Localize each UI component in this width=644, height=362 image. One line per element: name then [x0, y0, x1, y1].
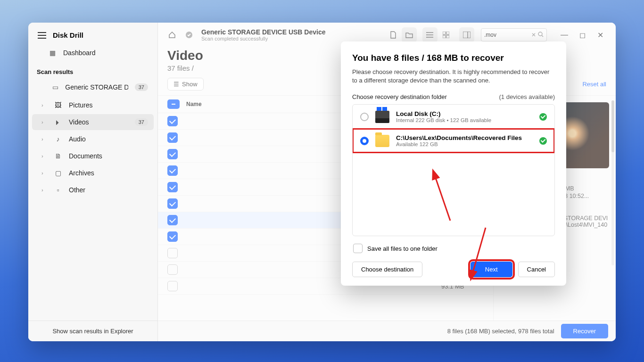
- category-icon: ♪: [54, 135, 62, 143]
- sidebar-item-archives[interactable]: ›▢Archives: [32, 165, 154, 181]
- category-icon: 🖼: [54, 101, 62, 109]
- sidebar-item-videos[interactable]: ›⏵Videos37: [32, 114, 154, 130]
- check-ok-icon: [539, 137, 547, 145]
- sidebar-item-pictures[interactable]: ›🖼Pictures: [32, 97, 154, 113]
- modal-description: Please choose recovery destination. It i…: [352, 68, 555, 85]
- app-title: Disk Drill: [53, 31, 83, 39]
- destination-recovered-files[interactable]: C:\Users\Lex\Documents\Recovered Files A…: [353, 129, 554, 153]
- category-icon: ▫: [54, 186, 62, 194]
- radio-unselected-icon: [360, 113, 369, 121]
- next-button[interactable]: Next: [471, 262, 512, 277]
- sidebar-item-label: Other: [69, 186, 85, 194]
- save-all-checkbox-row[interactable]: Save all files to one folder: [353, 244, 555, 253]
- recovery-destination-modal: You have 8 files / 168 MB to recover Ple…: [341, 41, 566, 286]
- sidebar-item-other[interactable]: ›▫Other: [32, 182, 154, 198]
- drive-icon: ▭: [52, 83, 58, 91]
- cancel-button[interactable]: Cancel: [518, 262, 555, 277]
- app-window: Disk Drill ▦ Dashboard Scan results ▭ Ge…: [28, 23, 616, 341]
- sidebar-dashboard-label: Dashboard: [63, 49, 96, 57]
- dest2-title: C:\Users\Lex\Documents\Recovered Files: [396, 134, 522, 141]
- grid-icon: ▦: [48, 49, 57, 57]
- sidebar-device[interactable]: ▭ Generic STORAGE DEVIC... 37: [32, 79, 154, 95]
- chevron-right-icon: ›: [41, 153, 47, 159]
- choose-label: Choose recovery destination folder: [352, 93, 447, 100]
- destination-list: Local Disk (C:) Internal 222 GB disk • 1…: [352, 104, 555, 236]
- sidebar-item-label: Videos: [69, 118, 89, 126]
- sidebar-item-label: Pictures: [69, 101, 93, 109]
- category-icon: ▢: [54, 169, 62, 177]
- modal-title: You have 8 files / 168 MB to recover: [352, 53, 555, 63]
- sidebar-heading: Scan results: [28, 62, 157, 78]
- sidebar-item-documents[interactable]: ›🗎Documents: [32, 148, 154, 164]
- category-icon: 🗎: [54, 152, 62, 160]
- menu-icon[interactable]: [38, 32, 46, 39]
- destination-local-disk[interactable]: Local Disk (C:) Internal 222 GB disk • 1…: [353, 105, 554, 129]
- sidebar-footer-link[interactable]: Show scan results in Explorer: [28, 321, 157, 341]
- chevron-right-icon: ›: [41, 136, 47, 142]
- sidebar-item-label: Documents: [69, 152, 102, 160]
- dest1-sub: Internal 222 GB disk • 122 GB available: [396, 117, 491, 123]
- sidebar-item-label: Archives: [69, 169, 94, 177]
- dest2-sub: Available 122 GB: [396, 141, 522, 147]
- checkbox-icon: [353, 244, 363, 253]
- radio-selected-icon: [360, 137, 369, 145]
- chevron-right-icon: ›: [41, 187, 47, 193]
- save-all-label: Save all files to one folder: [367, 245, 438, 252]
- choose-destination-button[interactable]: Choose destination: [352, 262, 422, 277]
- sidebar: Disk Drill ▦ Dashboard Scan results ▭ Ge…: [28, 23, 158, 341]
- main-area: Generic STORAGE DEVICE USB Device Scan c…: [158, 23, 616, 341]
- devices-available: (1 devices available): [499, 93, 555, 100]
- folder-yellow-icon: [375, 135, 389, 147]
- chevron-right-icon: ›: [41, 170, 47, 176]
- sidebar-dashboard[interactable]: ▦ Dashboard: [32, 45, 154, 61]
- sidebar-item-label: Audio: [69, 135, 86, 143]
- sidebar-device-badge: 37: [135, 83, 148, 91]
- dest1-title: Local Disk (C:): [396, 110, 491, 117]
- chevron-right-icon: ›: [41, 102, 47, 108]
- chevron-right-icon: ›: [41, 119, 47, 125]
- check-ok-icon: [539, 113, 547, 121]
- count-badge: 37: [135, 118, 148, 126]
- sidebar-device-label: Generic STORAGE DEVIC...: [65, 83, 128, 91]
- sidebar-item-audio[interactable]: ›♪Audio: [32, 131, 154, 147]
- disk-drive-icon: [375, 111, 389, 123]
- category-icon: ⏵: [54, 118, 62, 126]
